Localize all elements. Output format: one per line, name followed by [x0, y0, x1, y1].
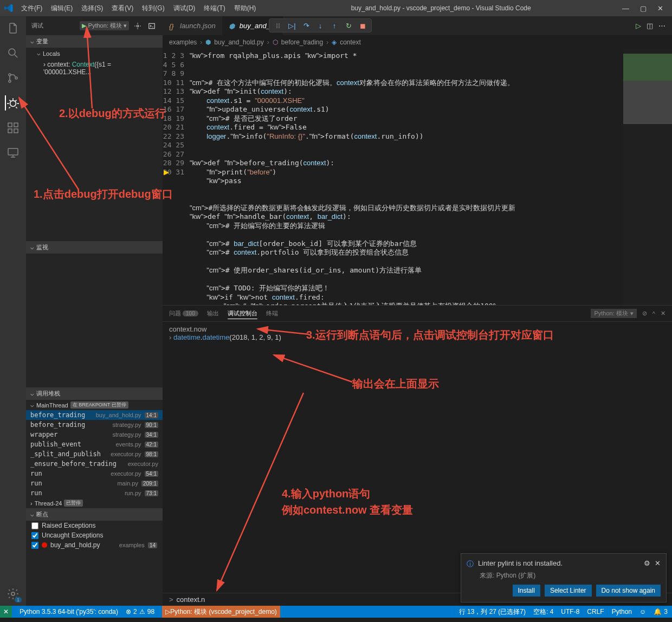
explorer-icon[interactable] [5, 21, 21, 36]
editor-area: {}launch.json ⬢buy_and_... ▷ ◫ ⋯ example… [163, 16, 672, 606]
maximize-button[interactable]: ▢ [640, 4, 647, 12]
do-not-show-button[interactable]: Do not show again [596, 585, 661, 597]
svg-rect-5 [8, 123, 12, 127]
svg-point-11 [137, 25, 139, 27]
menu-file[interactable]: 文件(F) [17, 2, 46, 15]
extensions-icon[interactable] [5, 120, 21, 135]
menu-select[interactable]: 选择(S) [77, 2, 107, 15]
stack-frame-row[interactable]: _ensure_before_tradingexecutor.py [26, 459, 163, 469]
debug-toolbar[interactable]: ⁞⁞ ▷| ↷ ↓ ↑ ↻ ◼ [269, 18, 372, 33]
status-feedback-icon[interactable]: ☺ [639, 607, 646, 617]
status-encoding[interactable]: UTF-8 [561, 607, 579, 617]
menu-terminal[interactable]: 终端(T) [200, 2, 229, 15]
stack-frame-row[interactable]: runrun.py73:1 [26, 488, 163, 498]
breakpoints-section[interactable]: ⌵断点 [26, 508, 163, 521]
debug-icon[interactable] [5, 95, 20, 111]
bp-file-row[interactable]: buy_and_hold.pyexamples14 [26, 540, 163, 550]
svg-point-3 [15, 77, 17, 79]
status-python[interactable]: Python 3.5.3 64-bit ('py35': conda) [20, 608, 118, 615]
run-icon[interactable]: ▷ [636, 22, 641, 30]
checkbox[interactable] [31, 532, 38, 539]
stack-frame-row[interactable]: runmain.py209:1 [26, 478, 163, 488]
watch-section[interactable]: ⌵监视 [26, 241, 163, 254]
breadcrumb[interactable]: examples› ⬢buy_and_hold.py› ⬡before_trad… [163, 35, 672, 49]
thread-row[interactable]: ⌵MainThread在 BREAKPOINT 已暂停 [26, 400, 163, 410]
more-icon[interactable]: ⋯ [658, 22, 665, 30]
step-over-icon[interactable]: ↷ [302, 21, 311, 30]
stack-frame-row[interactable]: runexecutor.py54:1 [26, 469, 163, 478]
notification-settings-icon[interactable]: ⚙ [644, 559, 650, 567]
tab-launch-json[interactable]: {}launch.json [163, 16, 222, 35]
notification-close-icon[interactable]: ✕ [655, 559, 661, 567]
menu-debug[interactable]: 调试(D) [170, 2, 199, 15]
code-content[interactable]: "kw">from rqalpha_plus.apis "kw">import … [190, 49, 672, 305]
panel-tab-debug-console[interactable]: 调试控制台 [228, 308, 257, 319]
search-icon[interactable] [5, 46, 21, 61]
minimize-button[interactable]: — [622, 4, 629, 12]
stack-frame-row[interactable]: wrapperstrategy.py34:1 [26, 430, 163, 439]
panel-tab-output[interactable]: 输出 [207, 308, 219, 319]
svg-rect-7 [8, 129, 12, 133]
stack-frame-row[interactable]: before_tradingstrategy.py90:1 [26, 420, 163, 430]
drag-handle-icon[interactable]: ⁞⁞ [274, 21, 282, 30]
settings-gear-icon[interactable]: 1 [5, 586, 21, 601]
svg-rect-8 [14, 129, 18, 133]
checkbox[interactable] [31, 542, 38, 549]
status-debug-session[interactable]: ▷ Python: 模块 (vscode_project_demo) [162, 606, 280, 618]
install-button[interactable]: Install [513, 585, 540, 597]
stop-icon[interactable]: ◼ [358, 21, 367, 30]
panel-tabs: 问题 100 输出 调试控制台 终端 Python: 模块 ▾ ⊘ ^ ✕ [163, 306, 672, 322]
debug-settings-icon[interactable] [132, 21, 143, 31]
clear-icon[interactable]: ⊘ [642, 310, 647, 317]
info-icon: ⓘ [467, 559, 474, 569]
continue-icon[interactable]: ▷| [288, 21, 296, 30]
svg-point-1 [9, 74, 11, 76]
menu-edit[interactable]: 编辑(E) [47, 2, 76, 15]
select-linter-button[interactable]: Select Linter [545, 585, 592, 597]
minimap[interactable] [623, 49, 672, 305]
stack-frame-row[interactable]: before_tradingbuy_and_hold.py14:1 [26, 410, 163, 420]
checkbox[interactable] [31, 522, 38, 529]
maximize-panel-icon[interactable]: ^ [652, 310, 655, 317]
editor-body[interactable]: 1 2 3 4 5 6 7 8 9 10 11 12 13 14 15 16 1… [163, 49, 672, 305]
status-problems[interactable]: ⊗ 2 ⚠ 98 [126, 608, 154, 615]
step-out-icon[interactable]: ↑ [330, 21, 339, 30]
callstack-section[interactable]: ⌵调用堆栈 [26, 387, 163, 400]
bp-uncaught-exceptions[interactable]: Uncaught Exceptions [26, 530, 163, 540]
debug-console-icon[interactable] [146, 21, 157, 31]
status-language[interactable]: Python [612, 607, 632, 617]
svg-point-10 [11, 592, 15, 595]
debug-config-dropdown[interactable]: Python: 模块 ▾ [88, 22, 127, 30]
menu-help[interactable]: 帮助(H) [230, 2, 260, 15]
stack-frame-row[interactable]: publish_eventevents.py42:1 [26, 439, 163, 449]
menu-bar: 文件(F) 编辑(E) 选择(S) 查看(V) 转到(G) 调试(D) 终端(T… [17, 2, 260, 15]
thread-row[interactable]: ›Thread-24已暂停 [26, 498, 163, 508]
step-into-icon[interactable]: ↓ [316, 21, 325, 30]
status-notifications[interactable]: 🔔 3 [654, 607, 668, 617]
status-indent[interactable]: 空格: 4 [533, 607, 553, 617]
status-eol[interactable]: CRLF [587, 607, 604, 617]
variables-section[interactable]: ⌵变量 [26, 35, 163, 48]
notification-message: Linter pylint is not installed. [478, 559, 639, 567]
window-title: buy_and_hold.py - vscode_project_demo - … [260, 4, 622, 12]
close-panel-icon[interactable]: ✕ [661, 310, 665, 317]
variable-row[interactable]: › context: Context({s1 = '000001.XSHE... [26, 59, 163, 77]
panel-tab-terminal[interactable]: 终端 [266, 308, 278, 319]
menu-goto[interactable]: 转到(G) [138, 2, 168, 15]
stack-frame-row[interactable]: _split_and_publishexecutor.py98:1 [26, 449, 163, 459]
panel-tab-problems[interactable]: 问题 100 [169, 308, 198, 319]
status-cursor-position[interactable]: 行 13，列 27 (已选择7) [459, 607, 526, 617]
debug-session-dropdown[interactable]: Python: 模块 ▾ [591, 309, 636, 318]
restart-icon[interactable]: ↻ [344, 21, 353, 30]
split-editor-icon[interactable]: ◫ [647, 22, 653, 30]
source-control-icon[interactable] [5, 70, 21, 86]
menu-view[interactable]: 查看(V) [108, 2, 137, 15]
debug-console-output[interactable]: context.now › datetime.datetime(2018, 1,… [163, 322, 672, 593]
start-debug-button[interactable]: ▶ [82, 22, 86, 29]
close-button[interactable]: ✕ [657, 4, 663, 12]
bp-raised-exceptions[interactable]: Raised Exceptions [26, 521, 163, 530]
locals-section[interactable]: ⌵Locals [26, 48, 163, 59]
remote-indicator[interactable]: ✕ [0, 606, 12, 618]
debug-sidebar: 调试 ▶ Python: 模块 ▾ ⌵变量 ⌵Locals › context:… [26, 16, 163, 606]
remote-icon[interactable] [5, 145, 21, 160]
